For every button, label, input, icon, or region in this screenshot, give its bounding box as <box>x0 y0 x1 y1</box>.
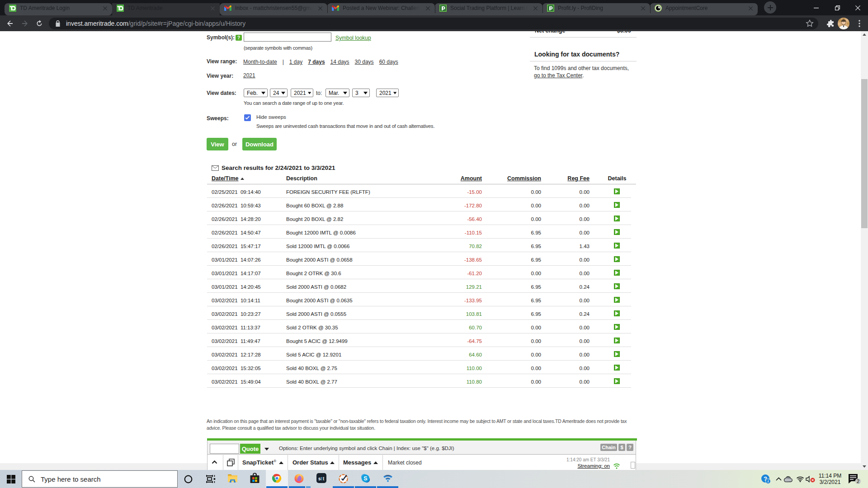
column-header-regfee[interactable]: Reg Fee <box>535 175 590 182</box>
back-button[interactable] <box>4 18 16 29</box>
minimize-button[interactable] <box>806 0 826 15</box>
order-status-expand-icon[interactable] <box>330 461 335 464</box>
tab-close-button[interactable] <box>639 5 646 12</box>
messages-expand-icon[interactable] <box>373 461 378 464</box>
column-header-datetime[interactable]: Date/Time <box>212 175 239 182</box>
tab-close-button[interactable] <box>209 5 216 12</box>
details-button[interactable] <box>614 378 620 384</box>
notification-center-button[interactable]: 2 <box>846 470 863 488</box>
collapse-chevron-icon[interactable] <box>212 460 217 464</box>
browser-tab-6[interactable]: Profit.ly - ProfiDing <box>542 3 650 15</box>
lock-icon <box>55 20 61 27</box>
details-button[interactable] <box>614 283 620 289</box>
details-button[interactable] <box>614 256 620 262</box>
tab-close-button[interactable] <box>747 5 754 12</box>
details-button[interactable] <box>614 310 620 316</box>
cell-time: 14:07:26 <box>241 257 261 263</box>
details-button[interactable] <box>614 243 620 249</box>
browser-tab-3[interactable]: Inbox - mattchristensen55@gmail <box>220 3 327 15</box>
close-window-button[interactable] <box>847 0 868 15</box>
bookmark-star-icon[interactable] <box>806 19 814 28</box>
symbol-help-icon[interactable]: ? <box>236 35 242 41</box>
profile-avatar[interactable] <box>837 17 850 30</box>
volume-muted-icon[interactable] <box>804 470 816 488</box>
new-tab-button[interactable] <box>764 1 776 14</box>
from-year-select[interactable]: 2021 <box>291 89 313 97</box>
browser-tab-5[interactable]: Social Trading Platform | Learn to <box>435 3 542 15</box>
scroll-up-icon[interactable] <box>863 33 866 36</box>
avatar-image <box>838 18 849 29</box>
details-button[interactable] <box>614 202 620 208</box>
details-button[interactable] <box>614 351 620 357</box>
column-header-amount[interactable]: Amount <box>428 175 482 182</box>
details-button[interactable] <box>614 270 620 276</box>
tab-close-button[interactable] <box>532 5 539 12</box>
cell-time: 14:20:45 <box>241 284 261 290</box>
view-range-30-days[interactable]: 30 days <box>355 59 374 65</box>
quote-dropdown-icon[interactable] <box>264 448 269 450</box>
details-button[interactable] <box>614 324 620 330</box>
download-button[interactable]: Download <box>242 138 277 150</box>
view-range-14-days[interactable]: 14 days <box>330 59 349 65</box>
chain-button[interactable]: Chain <box>600 444 617 451</box>
dollar-button[interactable]: $ <box>618 444 625 451</box>
tab-close-button[interactable] <box>316 5 324 12</box>
hide-sweeps-checkbox[interactable] <box>244 114 251 121</box>
help-bubble-icon[interactable]: ?i <box>760 470 772 488</box>
browser-tab-2[interactable]: TD Ameritrade <box>112 3 220 15</box>
help-button[interactable]: ? <box>627 444 633 451</box>
browser-menu-button[interactable] <box>854 18 865 29</box>
scrollbar-thumb[interactable] <box>861 79 868 228</box>
hide-sweeps-label[interactable]: Hide sweeps <box>256 114 286 120</box>
reload-button[interactable] <box>33 18 45 29</box>
order-status-tab[interactable]: Order Status <box>292 459 328 466</box>
details-button[interactable] <box>614 297 620 303</box>
details-button[interactable] <box>614 216 620 221</box>
restore-button[interactable] <box>827 0 848 15</box>
snapticket-tab[interactable]: SnapTicket® <box>242 459 276 466</box>
from-day-select[interactable]: 24 <box>270 89 288 97</box>
to-year-select[interactable]: 2021 <box>376 89 399 97</box>
details-button[interactable] <box>614 229 620 235</box>
clock-time: 11:14 PM <box>816 473 844 479</box>
from-month-select[interactable]: Feb. <box>244 89 268 97</box>
page-scrollbar[interactable] <box>861 31 868 470</box>
column-header-commission[interactable]: Commission <box>487 175 541 182</box>
scroll-down-icon[interactable] <box>863 465 866 468</box>
tax-center-link[interactable]: go to the Tax Center <box>534 72 582 79</box>
quote-symbol-input[interactable] <box>210 444 239 454</box>
snapticket-expand-icon[interactable] <box>279 461 283 464</box>
quote-button[interactable]: Quote <box>240 444 260 454</box>
to-day-select[interactable]: 3 <box>352 89 370 97</box>
forward-button[interactable] <box>19 18 31 29</box>
extensions-button[interactable] <box>825 18 836 29</box>
messages-tab[interactable]: Messages <box>343 459 371 466</box>
browser-tab-1[interactable]: TD Ameritrade Login <box>5 3 112 15</box>
url-bar[interactable]: invest.ameritrade.com/grid/p/site#r=jPag… <box>49 18 818 29</box>
dock-grip[interactable] <box>631 462 635 469</box>
cell-amount: 129.21 <box>428 284 482 290</box>
to-month-select[interactable]: Mar. <box>326 89 349 97</box>
view-year-link[interactable]: 2021 <box>243 72 255 79</box>
taskbar-clock[interactable]: 11:14 PM 3/2/2021 <box>816 470 844 488</box>
browser-tab-7[interactable]: AppointmentCore <box>650 3 758 15</box>
popout-icon[interactable] <box>227 459 235 466</box>
tax-text: To find 1099s and other tax documents, g… <box>534 65 642 79</box>
symbol-lookup-link[interactable]: Symbol lookup <box>335 35 371 41</box>
tab-close-button[interactable] <box>101 5 108 12</box>
tab-close-button[interactable] <box>424 5 431 12</box>
view-range-7-days[interactable]: 7 days <box>308 59 325 65</box>
streaming-link[interactable]: Streaming: on <box>524 463 610 469</box>
view-range-60-days[interactable]: 60 days <box>379 59 398 65</box>
view-range-month-to-date[interactable]: Month-to-date <box>243 59 277 65</box>
table-row: 02/26/2021 15:47:17Sold 12000 IMTL @ 0.0… <box>207 239 636 252</box>
details-button[interactable] <box>614 338 620 343</box>
browser-tab-4[interactable]: Posted a New Webinar: Challenge <box>327 3 435 15</box>
symbol-input[interactable] <box>244 33 331 42</box>
view-range-1-day[interactable]: 1 day <box>289 59 302 65</box>
page-content: Symbol(s): ? Symbol lookup (separate sym… <box>0 31 861 470</box>
onedrive-cloud-icon[interactable] <box>782 470 794 488</box>
view-button[interactable]: View <box>207 138 228 150</box>
details-button[interactable] <box>614 365 620 371</box>
details-button[interactable] <box>614 188 620 194</box>
